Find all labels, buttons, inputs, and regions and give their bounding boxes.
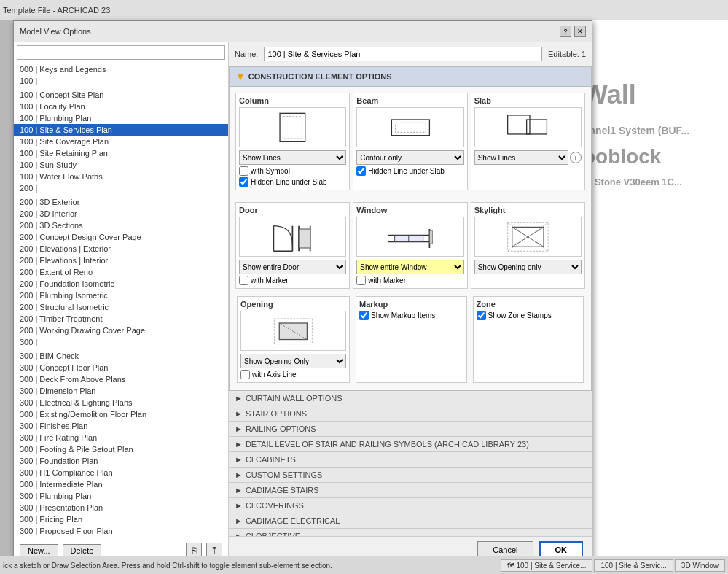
beam-hidden-line-checkbox[interactable] [356,166,366,176]
column-hidden-line-checkbox[interactable] [239,177,248,187]
view-list: 000 | Keys and Legends 100 | 100 | Conce… [14,63,228,538]
list-item[interactable]: 100 | Site Retaining Plan [14,147,228,159]
list-item[interactable]: 000 | Keys and Legends [14,63,228,75]
opening-select[interactable]: Show Opening Only Show Opening with Line… [240,354,346,368]
list-item[interactable]: 200 | Elevations | Exterior [14,243,228,255]
list-item[interactable]: 300 | Deck From Above Plans [14,373,228,385]
construction-arrow-icon: ▼ [235,71,246,82]
list-item-selected[interactable]: 100 | Site & Services Plan [14,124,228,136]
list-item[interactable]: 300 | Presentation Plan [14,502,228,513]
list-item[interactable]: 200 | 3D Sections [14,220,228,231]
list-item[interactable]: 200 | [14,182,228,194]
curtain-wall-section[interactable]: ► CURTAIN WALL OPTIONS [229,391,592,406]
zone-stamps-checkbox[interactable] [477,311,486,320]
list-item[interactable]: 300 | H1 Compliance Plan [14,467,228,478]
help-button[interactable]: ? [560,26,571,37]
3d-window-tab[interactable]: 3D Window [675,559,725,572]
list-separator [14,349,228,349]
column-title: Column [239,96,346,105]
door-marker-checkbox[interactable] [239,276,248,285]
railing-section[interactable]: ► RAILING OPTIONS [229,422,592,437]
list-item[interactable]: 300 | Intermediate Plan [14,478,228,490]
beam-select[interactable]: Contour only Show Lines Show entire Beam [356,150,463,165]
list-item[interactable]: 200 | Concept Design Cover Page [14,231,228,243]
bottom-tab-1[interactable]: 🗺 100 | Site & Service... [501,559,593,572]
list-item[interactable]: 300 | Plumbing Plan [14,490,228,502]
bottom-tab-2[interactable]: 100 | Site & Servic... [594,559,673,572]
markup-show-items-checkbox[interactable] [359,311,369,320]
opening-axis-checkbox[interactable] [240,370,250,379]
window-marker-checkbox[interactable] [356,276,366,285]
list-item[interactable]: 200 | Elevations | Interior [14,255,228,266]
skylight-select[interactable]: Show Opening only Show entire Skylight [474,260,582,274]
ci-objective-section[interactable]: ► CI OBJECTIVE [229,529,592,536]
chevron-right-icon: ► [235,516,243,525]
list-item[interactable]: 100 | Site Coverage Plan [14,136,228,147]
chevron-right-icon: ► [235,440,243,449]
editable-label: Editable: 1 [548,50,586,58]
bottom-tab-1-label: 100 | Site & Service... [516,562,586,570]
list-item[interactable]: 300 | Electrical & Lighting Plans [14,397,228,408]
list-item[interactable]: 300 | Foundation Plan [14,455,228,467]
list-item[interactable]: 300 | BIM Check [14,350,228,362]
beam-title: Beam [356,96,463,105]
chevron-right-icon: ► [235,501,243,510]
list-item[interactable]: 300 | Finishes Plan [14,420,228,432]
list-item[interactable]: 200 | Working Drawing Cover Page [14,325,228,336]
cadimage-stairs-label: CADIMAGE STAIRS [246,486,319,495]
stair-section[interactable]: ► STAIR OPTIONS [229,406,592,422]
name-input[interactable] [264,47,542,61]
cadimage-stairs-section[interactable]: ► CADIMAGE STAIRS [229,483,592,498]
list-item[interactable]: 100 | Sun Study [14,159,228,171]
opening-axis-label: with Axis Line [252,371,297,379]
list-item[interactable]: 300 | Existing/Demolition Floor Plan [14,408,228,420]
list-item[interactable]: 300 | Concept Floor Plan [14,362,228,373]
column-symbol-checkbox[interactable] [239,166,248,176]
opening-cell: Opening Show Opening Only Show O [237,296,350,383]
slab-title: Slab [474,96,582,105]
list-item[interactable]: 300 | Dimension Plan [14,385,228,397]
3d-window-label: 3D Window [681,562,719,570]
ci-coverings-section[interactable]: ► CI COVERINGS [229,498,592,513]
list-item[interactable]: 100 | Water Flow Paths [14,171,228,182]
slab-select[interactable]: Show Lines Contour only [474,150,568,165]
list-item[interactable]: 100 | Plumbing Plan [14,112,228,124]
column-hidden-line-label: Hidden Line under Slab [251,178,327,186]
ci-cabinets-section[interactable]: ► CI CABINETS [229,452,592,468]
list-item[interactable]: 200 | Foundation Isometric [14,278,228,290]
list-item[interactable]: 200 | Timber Treatment [14,313,228,325]
window-select[interactable]: Show entire Window Show Opening only Sho… [356,260,463,274]
detail-stair-railing-section[interactable]: ► DETAIL LEVEL OF STAIR AND RAILING SYMB… [229,437,592,452]
list-item[interactable]: 300 | Pricing Plan [14,513,228,525]
dialog-body: 000 | Keys and Legends 100 | 100 | Conce… [14,42,592,563]
list-item[interactable]: 300 | Footing & Pile Setout Plan [14,443,228,455]
list-item[interactable]: 200 | Extent of Reno [14,266,228,278]
construction-header[interactable]: ▼ CONSTRUCTION ELEMENT OPTIONS [230,67,591,87]
door-select[interactable]: Show entire Door Show Opening only Show … [239,260,346,274]
list-item[interactable]: 100 | Locality Plan [14,101,228,112]
list-item[interactable]: 200 | 3D Interior [14,208,228,220]
search-input[interactable] [17,45,225,60]
markup-show-items: Show Markup Items [359,311,463,320]
chevron-right-icon: ► [235,409,243,418]
svg-rect-2 [391,120,429,136]
slab-info-button[interactable]: i [570,152,582,163]
view-list-panel: 000 | Keys and Legends 100 | 100 | Conce… [14,42,229,563]
status-bar: ick a sketch or Draw Selection Area. Pre… [0,556,728,574]
custom-settings-section[interactable]: ► CUSTOM SETTINGS [229,468,592,483]
cadimage-electrical-section[interactable]: ► CADIMAGE ELECTRICAL [229,513,592,529]
column-select[interactable]: Show Lines Contour only Show entire Colu… [239,150,346,165]
list-item[interactable]: 200 | Plumbing Isometric [14,290,228,301]
list-item[interactable]: 300 | Proposed Floor Plan [14,525,228,537]
zone-cell: Zone Show Zone Stamps [473,296,584,383]
list-item[interactable]: 100 | [14,75,228,87]
list-item[interactable]: 200 | Structural Isometric [14,301,228,313]
list-item[interactable]: 300 | [14,336,228,348]
svg-rect-3 [395,123,426,132]
close-button[interactable]: ✕ [574,26,586,37]
list-item[interactable]: 300 | Fire Rating Plan [14,432,228,443]
chevron-right-icon: ► [235,394,243,403]
bottom-tabs: 🗺 100 | Site & Service... 100 | Site & S… [501,559,725,572]
list-item[interactable]: 100 | Concept Site Plan [14,89,228,101]
list-item[interactable]: 200 | 3D Exterior [14,196,228,208]
